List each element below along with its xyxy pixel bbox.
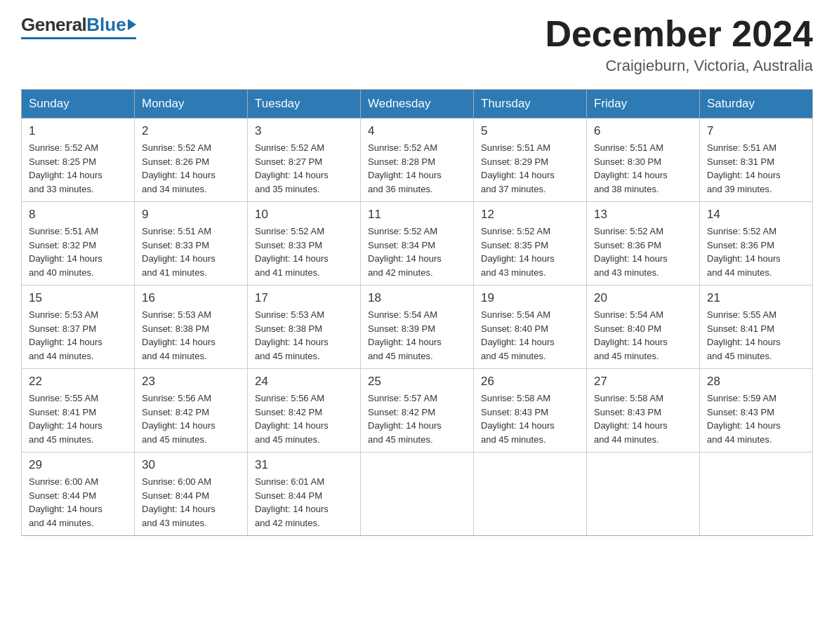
logo-triangle-icon [128, 19, 136, 30]
title-section: December 2024 Craigieburn, Victoria, Aus… [545, 14, 813, 75]
day-number: 19 [481, 291, 579, 305]
day-info: Sunrise: 5:52 AM Sunset: 8:27 PM Dayligh… [255, 141, 353, 196]
calendar-cell: 22 Sunrise: 5:55 AM Sunset: 8:41 PM Dayl… [22, 369, 135, 452]
day-number: 13 [594, 208, 692, 222]
day-info: Sunrise: 5:53 AM Sunset: 8:37 PM Dayligh… [29, 308, 127, 363]
day-number: 24 [255, 375, 353, 389]
calendar-cell: 23 Sunrise: 5:56 AM Sunset: 8:42 PM Dayl… [135, 369, 248, 452]
day-info: Sunrise: 5:54 AM Sunset: 8:39 PM Dayligh… [368, 308, 466, 363]
calendar-cell: 4 Sunrise: 5:52 AM Sunset: 8:28 PM Dayli… [361, 119, 474, 202]
day-info: Sunrise: 5:52 AM Sunset: 8:28 PM Dayligh… [368, 141, 466, 196]
calendar-cell: 13 Sunrise: 5:52 AM Sunset: 8:36 PM Dayl… [587, 202, 700, 286]
day-number: 2 [142, 124, 240, 138]
day-info: Sunrise: 5:52 AM Sunset: 8:34 PM Dayligh… [368, 224, 466, 279]
calendar-cell: 1 Sunrise: 5:52 AM Sunset: 8:25 PM Dayli… [22, 119, 135, 202]
calendar-cell [700, 452, 813, 536]
day-number: 21 [707, 291, 805, 305]
day-info: Sunrise: 6:00 AM Sunset: 8:44 PM Dayligh… [29, 475, 127, 530]
day-info: Sunrise: 5:53 AM Sunset: 8:38 PM Dayligh… [142, 308, 240, 363]
day-number: 15 [29, 291, 127, 305]
day-info: Sunrise: 5:59 AM Sunset: 8:43 PM Dayligh… [707, 391, 805, 446]
calendar-cell: 12 Sunrise: 5:52 AM Sunset: 8:35 PM Dayl… [474, 202, 587, 286]
page-header: General Blue December 2024 Craigieburn, … [21, 14, 813, 75]
day-info: Sunrise: 5:53 AM Sunset: 8:38 PM Dayligh… [255, 308, 353, 363]
calendar-cell: 27 Sunrise: 5:58 AM Sunset: 8:43 PM Dayl… [587, 369, 700, 452]
day-info: Sunrise: 5:55 AM Sunset: 8:41 PM Dayligh… [707, 308, 805, 363]
day-number: 7 [707, 124, 805, 138]
calendar-cell: 8 Sunrise: 5:51 AM Sunset: 8:32 PM Dayli… [22, 202, 135, 286]
logo-blue-part: Blue [86, 14, 135, 36]
calendar-header-thursday: Thursday [474, 90, 587, 119]
day-number: 16 [142, 291, 240, 305]
calendar-cell [361, 452, 474, 536]
day-number: 9 [142, 208, 240, 222]
day-info: Sunrise: 5:52 AM Sunset: 8:36 PM Dayligh… [707, 224, 805, 279]
day-number: 12 [481, 208, 579, 222]
calendar-header-wednesday: Wednesday [361, 90, 474, 119]
calendar-cell: 7 Sunrise: 5:51 AM Sunset: 8:31 PM Dayli… [700, 119, 813, 202]
calendar-cell: 17 Sunrise: 5:53 AM Sunset: 8:38 PM Dayl… [248, 286, 361, 369]
day-number: 10 [255, 208, 353, 222]
calendar-cell: 28 Sunrise: 5:59 AM Sunset: 8:43 PM Dayl… [700, 369, 813, 452]
calendar-cell: 25 Sunrise: 5:57 AM Sunset: 8:42 PM Dayl… [361, 369, 474, 452]
calendar-cell: 9 Sunrise: 5:51 AM Sunset: 8:33 PM Dayli… [135, 202, 248, 286]
calendar-cell: 14 Sunrise: 5:52 AM Sunset: 8:36 PM Dayl… [700, 202, 813, 286]
day-info: Sunrise: 5:52 AM Sunset: 8:25 PM Dayligh… [29, 141, 127, 196]
calendar-header-tuesday: Tuesday [248, 90, 361, 119]
day-number: 29 [29, 458, 127, 472]
calendar-cell: 24 Sunrise: 5:56 AM Sunset: 8:42 PM Dayl… [248, 369, 361, 452]
day-number: 28 [707, 375, 805, 389]
calendar-header-sunday: Sunday [22, 90, 135, 119]
day-number: 1 [29, 124, 127, 138]
calendar-cell: 16 Sunrise: 5:53 AM Sunset: 8:38 PM Dayl… [135, 286, 248, 369]
calendar-cell: 3 Sunrise: 5:52 AM Sunset: 8:27 PM Dayli… [248, 119, 361, 202]
calendar-header-saturday: Saturday [700, 90, 813, 119]
day-info: Sunrise: 5:54 AM Sunset: 8:40 PM Dayligh… [481, 308, 579, 363]
day-number: 8 [29, 208, 127, 222]
day-info: Sunrise: 5:55 AM Sunset: 8:41 PM Dayligh… [29, 391, 127, 446]
calendar-cell: 30 Sunrise: 6:00 AM Sunset: 8:44 PM Dayl… [135, 452, 248, 536]
month-title: December 2024 [545, 14, 813, 54]
day-number: 25 [368, 375, 466, 389]
day-number: 6 [594, 124, 692, 138]
day-info: Sunrise: 6:00 AM Sunset: 8:44 PM Dayligh… [142, 475, 240, 530]
day-info: Sunrise: 5:51 AM Sunset: 8:31 PM Dayligh… [707, 141, 805, 196]
day-info: Sunrise: 5:52 AM Sunset: 8:35 PM Dayligh… [481, 224, 579, 279]
calendar-header-friday: Friday [587, 90, 700, 119]
logo: General Blue [21, 14, 136, 39]
day-info: Sunrise: 5:52 AM Sunset: 8:36 PM Dayligh… [594, 224, 692, 279]
location: Craigieburn, Victoria, Australia [545, 57, 813, 75]
day-number: 23 [142, 375, 240, 389]
calendar-cell: 21 Sunrise: 5:55 AM Sunset: 8:41 PM Dayl… [700, 286, 813, 369]
calendar-cell: 2 Sunrise: 5:52 AM Sunset: 8:26 PM Dayli… [135, 119, 248, 202]
day-number: 5 [481, 124, 579, 138]
day-number: 30 [142, 458, 240, 472]
day-number: 18 [368, 291, 466, 305]
day-number: 4 [368, 124, 466, 138]
calendar-cell [587, 452, 700, 536]
day-info: Sunrise: 5:56 AM Sunset: 8:42 PM Dayligh… [255, 391, 353, 446]
day-number: 20 [594, 291, 692, 305]
logo-general-text: General [21, 14, 86, 36]
calendar-week-row: 29 Sunrise: 6:00 AM Sunset: 8:44 PM Dayl… [22, 452, 813, 536]
day-info: Sunrise: 5:56 AM Sunset: 8:42 PM Dayligh… [142, 391, 240, 446]
day-info: Sunrise: 5:51 AM Sunset: 8:32 PM Dayligh… [29, 224, 127, 279]
day-info: Sunrise: 5:52 AM Sunset: 8:26 PM Dayligh… [142, 141, 240, 196]
calendar-week-row: 1 Sunrise: 5:52 AM Sunset: 8:25 PM Dayli… [22, 119, 813, 202]
calendar-cell [474, 452, 587, 536]
day-number: 3 [255, 124, 353, 138]
calendar-cell: 6 Sunrise: 5:51 AM Sunset: 8:30 PM Dayli… [587, 119, 700, 202]
day-number: 22 [29, 375, 127, 389]
calendar-table: SundayMondayTuesdayWednesdayThursdayFrid… [21, 89, 813, 536]
calendar-cell: 20 Sunrise: 5:54 AM Sunset: 8:40 PM Dayl… [587, 286, 700, 369]
calendar-cell: 19 Sunrise: 5:54 AM Sunset: 8:40 PM Dayl… [474, 286, 587, 369]
calendar-week-row: 22 Sunrise: 5:55 AM Sunset: 8:41 PM Dayl… [22, 369, 813, 452]
day-number: 26 [481, 375, 579, 389]
day-info: Sunrise: 5:51 AM Sunset: 8:29 PM Dayligh… [481, 141, 579, 196]
day-info: Sunrise: 5:51 AM Sunset: 8:33 PM Dayligh… [142, 224, 240, 279]
calendar-cell: 15 Sunrise: 5:53 AM Sunset: 8:37 PM Dayl… [22, 286, 135, 369]
logo-blue-text: Blue [86, 14, 126, 36]
calendar-cell: 26 Sunrise: 5:58 AM Sunset: 8:43 PM Dayl… [474, 369, 587, 452]
calendar-week-row: 8 Sunrise: 5:51 AM Sunset: 8:32 PM Dayli… [22, 202, 813, 286]
day-info: Sunrise: 5:58 AM Sunset: 8:43 PM Dayligh… [594, 391, 692, 446]
